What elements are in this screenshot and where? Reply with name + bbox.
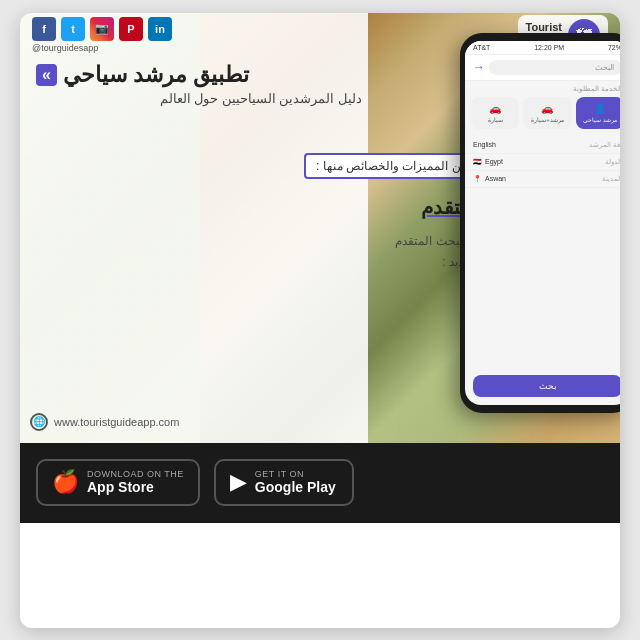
appstore-sub: Download on the [87,469,184,479]
service-guide-car[interactable]: 🚗 مرشد+سيارة [523,97,571,129]
carrier: AT&T [473,44,490,51]
website-text: www.touristguideapp.com [54,416,179,428]
appstore-button[interactable]: 🍎 Download on the App Store [36,459,200,506]
phone-screen: AT&T 12:20 PM 72% → البحث الخدمة المطلوب… [465,41,620,405]
background-section: f t 📷 P in @tourguidesapp Tourist Guide … [20,13,620,443]
filters: English لغة المرشد 🇪🇬 Egypt الدولة � [465,137,620,375]
filter-language[interactable]: English لغة المرشد [465,137,620,154]
main-card: f t 📷 P in @tourguidesapp Tourist Guide … [20,13,620,628]
service-section-title: الخدمة المطلوبة [465,81,620,95]
phone-search-bar[interactable]: البحث [489,60,620,75]
googleplay-sub: GET IT ON [255,469,336,479]
pinterest-icon[interactable]: P [119,17,143,41]
search-arrow[interactable]: → [473,60,485,74]
apple-icon: 🍎 [52,469,79,495]
filter-city[interactable]: 📍 Aswan المدينة [465,171,620,188]
social-handle: @tourguidesapp [32,43,172,53]
phone-status-bar: AT&T 12:20 PM 72% [465,41,620,55]
appstore-name: App Store [87,479,184,496]
appstore-text: Download on the App Store [87,469,184,496]
phone-search-button[interactable]: بحث [473,375,620,397]
facebook-icon[interactable]: f [32,17,56,41]
app-title: تطبيق مرشد سياحي [63,61,249,90]
service-car[interactable]: 🚗 سيارة [471,97,519,129]
chevron-icon: » [36,64,57,86]
linkedin-icon[interactable]: in [148,17,172,41]
googleplay-text: GET IT ON Google Play [255,469,336,496]
globe-icon: 🌐 [30,413,48,431]
service-guide[interactable]: 👤 مرشد سياحي [576,97,620,129]
googleplay-button[interactable]: ▶ GET IT ON Google Play [214,459,354,506]
app-title-area: تطبيق مرشد سياحي » دليل المرشدين السياحي… [32,61,362,107]
phone-header: → البحث [465,55,620,81]
twitter-icon[interactable]: t [61,17,85,41]
filter-country[interactable]: 🇪🇬 Egypt الدولة [465,154,620,171]
service-buttons: 🚗 سيارة 🚗 مرشد+سيارة 👤 مرشد سياحي [465,95,620,131]
instagram-icon[interactable]: 📷 [90,17,114,41]
googleplay-icon: ▶ [230,469,247,495]
battery: 72% [608,44,620,51]
bottom-bar: 🍎 Download on the App Store ▶ GET IT ON … [20,443,620,523]
app-subtitle: دليل المرشدين السياحيين حول العالم [32,91,362,106]
time: 12:20 PM [534,44,564,51]
phone-mockup: AT&T 12:20 PM 72% → البحث الخدمة المطلوب… [460,33,620,413]
website-bar: 🌐 www.touristguideapp.com [30,413,179,431]
social-icons: f t 📷 P in [32,17,172,41]
googleplay-name: Google Play [255,479,336,496]
